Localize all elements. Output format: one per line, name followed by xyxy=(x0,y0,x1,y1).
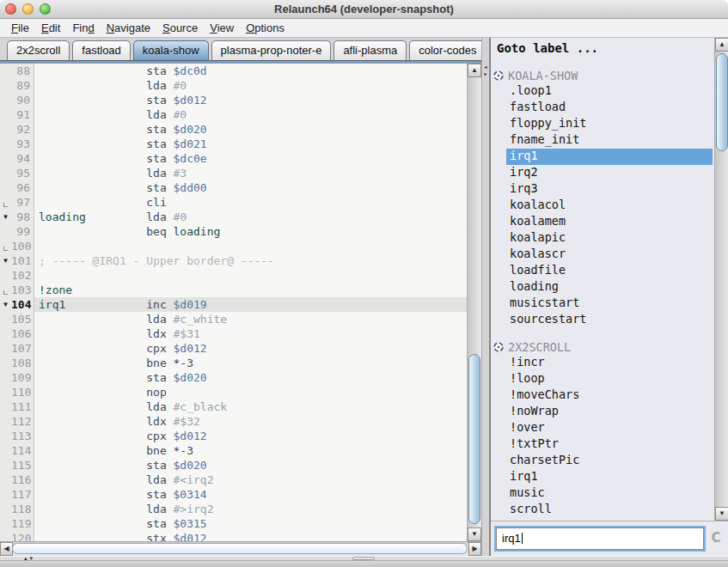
goto-label-panel: Goto label ... KOALA-SHOW.loop1fastloadf… xyxy=(490,38,728,556)
code-line[interactable]: 95 lda #3 xyxy=(0,166,467,180)
code-line[interactable]: 89 lda #0 xyxy=(0,78,467,93)
label-item[interactable]: floppy_init xyxy=(491,116,714,132)
scroll-up-button[interactable]: ▲ xyxy=(715,38,728,52)
label-item[interactable]: .loop1 xyxy=(491,83,714,100)
divider-grip[interactable] xyxy=(352,557,375,560)
refresh-icon[interactable]: C xyxy=(708,530,724,546)
label-item[interactable]: loading xyxy=(491,279,714,296)
label-filter-input[interactable]: irq1 xyxy=(496,527,704,550)
tab-plasma-prop-noter-e[interactable]: plasma-prop-noter-e xyxy=(211,40,332,60)
code-line[interactable]: ▼101; ----- @IRQ1 - Upper border@ ----- xyxy=(0,253,467,268)
code-line[interactable]: 119 sta $0315 xyxy=(0,516,467,531)
menu-navigate[interactable]: Navigate xyxy=(101,20,156,36)
scroll-right-button[interactable]: ▶ xyxy=(468,542,481,556)
code-line[interactable]: 106 ldx #$31 xyxy=(0,326,467,341)
code-line[interactable]: ▼98loading lda #0 xyxy=(0,210,467,224)
label-item[interactable]: musicstart xyxy=(491,296,714,312)
code-line[interactable]: 108 bne *-3 xyxy=(0,356,467,370)
menu-view[interactable]: View xyxy=(204,20,240,36)
code-line[interactable]: 115 sta $d020 xyxy=(0,458,467,472)
code-line[interactable]: 114 bne *-3 xyxy=(0,443,467,458)
vertical-scroll-thumb[interactable] xyxy=(716,53,728,151)
fold-marker-icon[interactable]: ▼ xyxy=(0,210,11,224)
menu-options[interactable]: Options xyxy=(240,20,291,36)
label-item[interactable]: koalacol xyxy=(491,198,714,214)
label-item[interactable]: irq2 xyxy=(491,165,714,181)
label-item[interactable]: loadfile xyxy=(491,263,714,279)
divider-collapse-icon[interactable]: ◂▸ xyxy=(482,64,489,77)
code-line[interactable]: 97 cli xyxy=(0,195,467,210)
code-lines[interactable]: 88 sta $dc0d89 lda #090 sta $d01291 lda … xyxy=(0,64,467,541)
code-line[interactable]: 109 sta $d020 xyxy=(0,370,467,385)
code-line[interactable]: 103!zone xyxy=(0,283,467,297)
code-line[interactable]: 112 ldx #$32 xyxy=(0,414,467,429)
label-item[interactable]: !moveChars xyxy=(491,387,714,404)
code-line[interactable]: 99 beq loading xyxy=(0,224,467,239)
label-item[interactable]: music xyxy=(491,485,714,502)
menu-find[interactable]: Find xyxy=(66,20,100,36)
menu-source[interactable]: Source xyxy=(156,20,204,36)
scroll-up-button[interactable]: ▲ xyxy=(468,64,481,77)
label-item[interactable]: !noWrap xyxy=(491,404,714,420)
label-item[interactable]: !incr xyxy=(491,355,714,371)
label-item[interactable]: sourcestart xyxy=(491,312,714,328)
label-item[interactable]: !txtPtr xyxy=(491,436,714,453)
label-item[interactable]: koalascr xyxy=(491,247,714,263)
tab-koala-show[interactable]: koala-show xyxy=(133,40,209,60)
tab-afli-plasma[interactable]: afli-plasma xyxy=(333,40,407,60)
label-item[interactable]: fname_init xyxy=(491,132,714,149)
line-number: 118 xyxy=(11,502,34,516)
label-item[interactable]: irq1 xyxy=(506,149,713,165)
tab-2x2scroll[interactable]: 2x2scroll xyxy=(7,40,70,60)
code-line[interactable]: 117 sta $0314 xyxy=(0,487,467,502)
tab-color-codes[interactable]: color-codes xyxy=(409,40,486,60)
code-line[interactable]: 102 xyxy=(0,268,467,283)
label-item[interactable]: koalamem xyxy=(491,214,714,230)
menu-file[interactable]: File xyxy=(5,20,35,36)
code-editor[interactable]: 88 sta $dc0d89 lda #090 sta $d01291 lda … xyxy=(0,64,481,541)
code-line[interactable]: 96 sta $dd00 xyxy=(0,180,467,195)
scroll-left-button[interactable]: ◀ xyxy=(0,542,13,556)
section-name: KOALA-SHOW xyxy=(508,69,578,82)
label-item[interactable]: scroll xyxy=(491,502,714,518)
label-item[interactable]: !over xyxy=(491,420,714,436)
code-line[interactable]: 107 cpx $d012 xyxy=(0,341,467,356)
code-line[interactable]: 90 sta $d012 xyxy=(0,93,467,107)
code-line[interactable]: ▼104irq1 inc $d019 xyxy=(0,297,467,312)
code-line[interactable]: 88 sta $dc0d xyxy=(0,64,467,78)
line-number: 94 xyxy=(11,151,34,166)
code-line[interactable]: 105 lda #c_white xyxy=(0,312,467,326)
code-line[interactable]: 92 sta $d020 xyxy=(0,122,467,137)
label-list[interactable]: KOALA-SHOW.loop1fastloadfloppy_initfname… xyxy=(491,57,714,521)
scroll-down-button[interactable]: ▼ xyxy=(715,507,728,521)
label-item[interactable]: irq1 xyxy=(491,469,714,485)
code-line[interactable]: 116 lda #<irq2 xyxy=(0,472,467,487)
vertical-scroll-thumb[interactable] xyxy=(468,354,480,524)
scroll-down-button[interactable]: ▼ xyxy=(468,527,481,541)
label-item[interactable]: fastload xyxy=(491,100,714,116)
fold-marker-icon[interactable]: ▼ xyxy=(0,253,11,268)
code-line[interactable]: 120 stx $d012 xyxy=(0,531,467,541)
code-line[interactable]: 100 xyxy=(0,239,467,253)
editor-vertical-scrollbar[interactable]: ▲ ▼ xyxy=(467,64,481,541)
label-section-koala-show[interactable]: KOALA-SHOW xyxy=(491,67,714,83)
label-section-2x2scroll[interactable]: 2X2SCROLL xyxy=(491,338,714,355)
code-line[interactable]: 118 lda #>irq2 xyxy=(0,502,467,516)
label-item[interactable]: irq3 xyxy=(491,181,714,198)
label-item[interactable]: !loop xyxy=(491,371,714,387)
vertical-split-divider[interactable]: ◂▸ xyxy=(481,38,490,556)
horizontal-scroll-thumb[interactable] xyxy=(12,543,468,554)
menu-edit[interactable]: Edit xyxy=(35,20,66,36)
fold-marker-icon[interactable]: ▼ xyxy=(0,297,11,312)
tab-fastload[interactable]: fastload xyxy=(72,40,131,60)
label-item[interactable]: koalapic xyxy=(491,230,714,247)
editor-horizontal-scrollbar[interactable]: ◀ ▶ xyxy=(0,541,481,556)
sidebar-scrollbar[interactable]: ▲ ▼ xyxy=(714,38,728,521)
code-line[interactable]: 111 lda #c_black xyxy=(0,399,467,414)
code-line[interactable]: 94 sta $dc0e xyxy=(0,151,467,166)
code-line[interactable]: 110 nop xyxy=(0,385,467,399)
code-line[interactable]: 93 sta $d021 xyxy=(0,137,467,151)
label-item[interactable]: charsetPic xyxy=(491,453,714,469)
code-line[interactable]: 91 lda #0 xyxy=(0,107,467,122)
code-line[interactable]: 113 cpx $d012 xyxy=(0,429,467,443)
